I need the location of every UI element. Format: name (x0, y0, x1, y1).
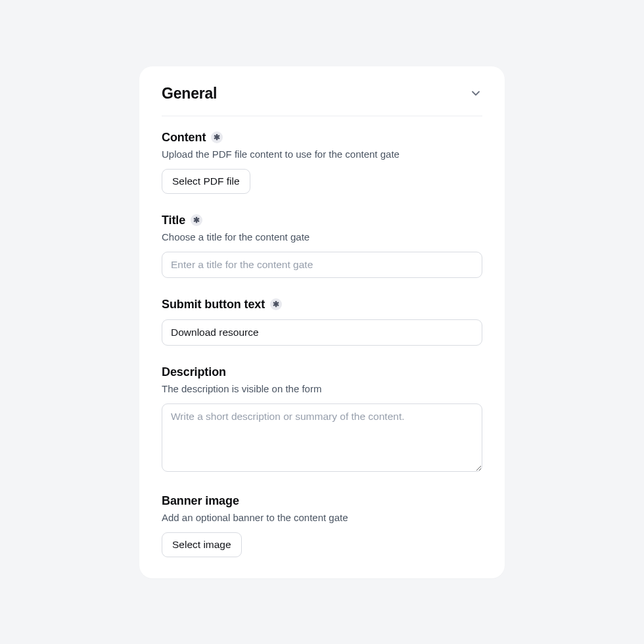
section-header[interactable]: General (162, 85, 482, 116)
select-image-button[interactable]: Select image (162, 532, 242, 557)
required-icon: ✱ (270, 298, 282, 310)
general-settings-card: General Content ✱ Upload the PDF file co… (139, 66, 505, 578)
required-icon: ✱ (211, 131, 223, 143)
description-help: The description is visible on the form (162, 383, 482, 394)
content-label: Content (162, 131, 206, 145)
required-icon: ✱ (191, 214, 202, 226)
select-pdf-button[interactable]: Select PDF file (162, 169, 250, 194)
field-title: Title ✱ Choose a title for the content g… (162, 214, 482, 278)
field-submit-text: Submit button text ✱ (162, 298, 482, 346)
banner-label: Banner image (162, 494, 239, 508)
section-title: General (162, 85, 217, 103)
chevron-down-icon (469, 87, 482, 100)
title-input[interactable] (162, 252, 482, 278)
field-content: Content ✱ Upload the PDF file content to… (162, 131, 482, 194)
description-textarea[interactable] (162, 403, 482, 472)
content-help: Upload the PDF file content to use for t… (162, 149, 482, 160)
description-label: Description (162, 365, 226, 379)
title-label: Title (162, 214, 185, 227)
field-banner: Banner image Add an optional banner to t… (162, 494, 482, 557)
submit-text-label: Submit button text (162, 298, 265, 311)
title-help: Choose a title for the content gate (162, 231, 482, 242)
banner-help: Add an optional banner to the content ga… (162, 512, 482, 523)
submit-text-input[interactable] (162, 319, 482, 346)
field-description: Description The description is visible o… (162, 365, 482, 474)
